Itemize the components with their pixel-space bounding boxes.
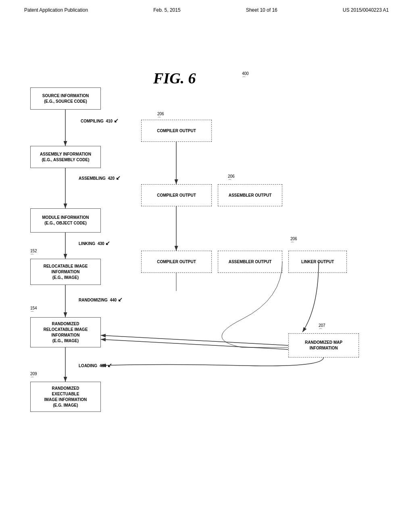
compiler-output-box-2: COMPILER OUTPUT — [141, 184, 212, 206]
linker-output-box: LINKER OUTPUT — [288, 251, 347, 273]
assembly-info-box: ASSEMBLY INFORMATION (E.G., ASSEMBLY COD… — [30, 146, 101, 168]
randomizing-label: RANDOMIZING 440 ↙ — [79, 296, 123, 304]
ref-207: 207⌒ — [319, 323, 325, 333]
ref-154: 154⌒ — [30, 306, 37, 316]
randomized-relocatable-box: RANDOMIZED RELOCATABLE IMAGE INFORMATION… — [30, 317, 101, 347]
publication-label: Patent Application Publication — [24, 7, 88, 13]
compiler-output-box-3: COMPILER OUTPUT — [141, 251, 212, 273]
assembler-output-box-2: ASSEMBLER OUTPUT — [218, 251, 282, 273]
linking-label: LINKING 430 ↙ — [79, 239, 110, 247]
page-header: Patent Application Publication Feb. 5, 2… — [0, 0, 413, 13]
ref-209: 209⌒ — [30, 372, 37, 382]
figure-title: FIG. 6 — [153, 69, 196, 87]
diagram-area: FIG. 6 400⌒ SOURCE INFORMATION (E.G., SO… — [0, 17, 413, 521]
sheet-label: Sheet 10 of 16 — [246, 7, 277, 13]
date-label: Feb. 5, 2015 — [153, 7, 180, 13]
relocatable-image-box: RELOCATABLE IMAGE INFORMATION (E.G., IMA… — [30, 259, 101, 285]
ref-152: 152⌒ — [30, 249, 37, 259]
patent-number: US 2015/0040223 A1 — [343, 7, 389, 13]
ref-206c: 206⌒ — [290, 237, 297, 247]
ref-206b: 206⌒ — [228, 174, 235, 184]
loading-label: LOADING 460 ↙ — [79, 362, 112, 370]
svg-line-9 — [101, 339, 288, 349]
ref-400: 400⌒ — [242, 71, 249, 81]
source-info-box: SOURCE INFORMATION (E.G., SOURCE CODE) — [30, 87, 101, 110]
assembling-label: ASSEMBLING 420 ↙ — [79, 174, 121, 182]
randomized-executable-box: RANDOMIZED EXECTUABLE IMAGE INFORMATION … — [30, 382, 101, 412]
compiler-output-box-1: COMPILER OUTPUT — [141, 120, 212, 142]
module-info-box: MODULE INFORMATION (E.G., OBJECT CODE) — [30, 208, 101, 233]
assembler-output-box-1: ASSEMBLER OUTPUT — [218, 184, 282, 206]
randomized-map-box: RANDOMIZED MAP INFORMATION — [288, 333, 359, 357]
compiling-label: COMPILING 410 ↙ — [81, 117, 119, 125]
svg-line-8 — [101, 335, 288, 345]
